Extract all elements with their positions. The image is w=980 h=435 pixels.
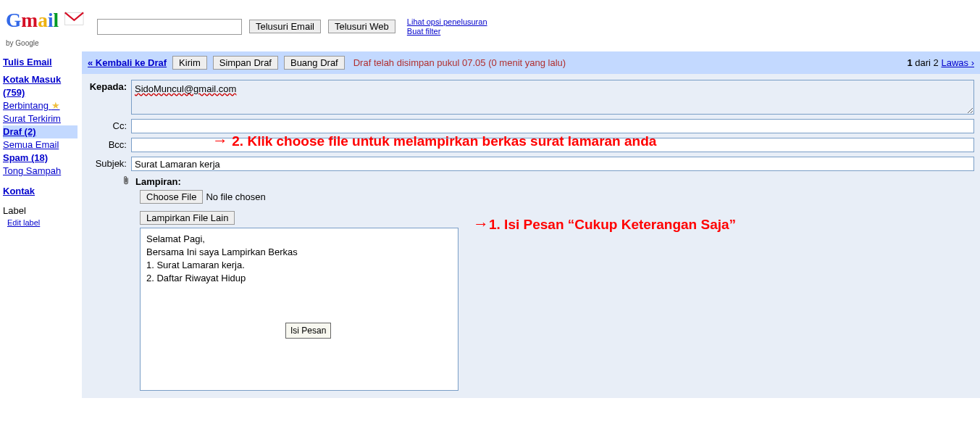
- draft-counter: 1 dari 2 Lawas ›: [907, 57, 974, 68]
- bcc-label: Bcc:: [88, 138, 131, 150]
- header: Gmail by Google Telusuri Email Telusuri …: [0, 0, 980, 51]
- to-label: Kepada:: [88, 80, 131, 92]
- message-body[interactable]: Selamat Pagi, Bersama Ini saya Lampirkan…: [140, 228, 458, 391]
- edit-label-link[interactable]: Edit label: [3, 216, 78, 229]
- isi-pesan-tooltip: Isi Pesan: [285, 323, 331, 339]
- search-options-link[interactable]: Lihat opsi penelusuran: [407, 17, 487, 26]
- sidebar-inbox[interactable]: Kotak Masuk (759): [3, 73, 78, 99]
- create-filter-link[interactable]: Buat filter: [407, 27, 440, 36]
- attach-another-button[interactable]: Lampirkan File Lain: [140, 211, 235, 225]
- compose-form: Kepada: SidoMuncul@gmail.com Cc: Bcc: Su…: [82, 74, 980, 398]
- choose-file-button[interactable]: Choose File: [140, 190, 203, 204]
- search-email-button[interactable]: Telusuri Email: [249, 20, 321, 33]
- discard-draft-button[interactable]: Buang Draf: [284, 56, 345, 70]
- cc-input[interactable]: [131, 119, 974, 133]
- cc-label: Cc:: [88, 119, 131, 131]
- bcc-input[interactable]: [131, 138, 974, 152]
- sidebar: Tulis Email Kotak Masuk (759) Berbintang…: [0, 51, 82, 398]
- action-bar: « Kembali ke Draf Kirim Simpan Draf Buan…: [82, 51, 980, 74]
- sidebar-allmail[interactable]: Semua Email: [3, 138, 78, 152]
- draft-status-text: Draf telah disimpan pukul 07.05 (0 menit…: [353, 57, 566, 68]
- attach-label: Lampiran:: [135, 176, 181, 187]
- attachment-icon: [121, 175, 131, 188]
- svg-text:Gmail: Gmail: [6, 9, 59, 31]
- save-draft-button[interactable]: Simpan Draf: [213, 56, 278, 70]
- sidebar-drafts[interactable]: Draf (2): [3, 125, 78, 138]
- no-file-text: No file chosen: [206, 191, 265, 202]
- sidebar-contacts[interactable]: Kontak: [3, 185, 78, 198]
- older-link[interactable]: Lawas ›: [941, 57, 974, 68]
- search-input[interactable]: [97, 19, 242, 35]
- subject-label: Subjek:: [88, 157, 131, 169]
- sidebar-sent[interactable]: Surat Terkirim: [3, 112, 78, 125]
- labels-header: Label: [3, 205, 78, 216]
- sidebar-starred[interactable]: Berbintang ★: [3, 99, 78, 112]
- send-button[interactable]: Kirim: [172, 56, 207, 70]
- sidebar-spam[interactable]: Spam (18): [3, 152, 78, 165]
- gmail-logo: Gmail: [6, 6, 90, 38]
- subject-input[interactable]: [131, 157, 974, 171]
- sidebar-trash[interactable]: Tong Sampah: [3, 165, 78, 178]
- compose-link[interactable]: Tulis Email: [3, 56, 78, 69]
- back-to-drafts-link[interactable]: « Kembali ke Draf: [88, 57, 167, 68]
- search-web-button[interactable]: Telusuri Web: [328, 20, 395, 33]
- by-google-text: by Google: [6, 39, 90, 47]
- star-icon: ★: [51, 100, 60, 111]
- to-input[interactable]: SidoMuncul@gmail.com: [131, 80, 974, 115]
